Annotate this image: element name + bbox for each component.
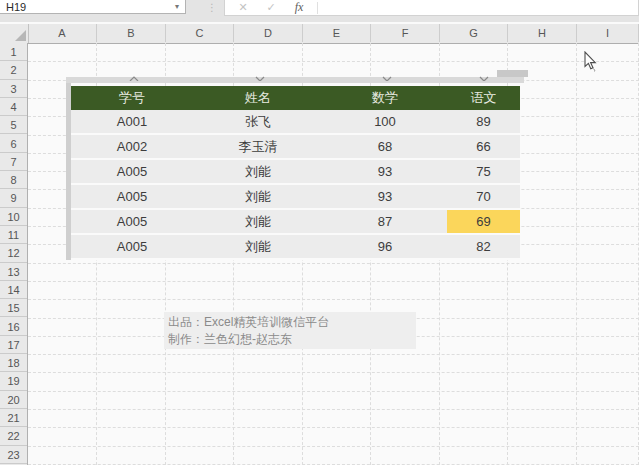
row-header-19[interactable]: 19 (0, 372, 27, 390)
filter-arrow-remnant-icon (479, 76, 489, 81)
table-header-name: 姓名 (193, 86, 323, 110)
cell-name[interactable]: 刘能 (193, 210, 323, 233)
gridline-horizontal (28, 263, 639, 264)
table-header-id: 学号 (71, 86, 193, 110)
student-score-table: 学号 姓名 数学 语文 A001 张飞 100 89 A002 李玉清 68 6… (71, 86, 520, 260)
name-box[interactable]: H19 ▾ (0, 0, 186, 14)
formula-bar-divider (317, 2, 318, 14)
chevron-down-icon[interactable]: ▾ (175, 0, 179, 13)
gridline-horizontal (28, 281, 639, 282)
gridline-horizontal (28, 299, 639, 300)
table-row[interactable]: A001 张飞 100 89 (71, 110, 520, 135)
insert-function-icon[interactable]: fx (289, 0, 309, 16)
cell-math[interactable]: 93 (323, 160, 447, 183)
select-all-triangle-icon (15, 30, 26, 41)
table-row[interactable]: A005 刘能 96 82 (71, 235, 520, 260)
enter-icon[interactable]: ✓ (261, 0, 281, 16)
gridline-horizontal (28, 391, 639, 392)
row-header-14[interactable]: 14 (0, 281, 27, 299)
row-header-9[interactable]: 9 (0, 189, 27, 207)
select-all-corner[interactable] (0, 24, 29, 43)
gridline-vertical (576, 43, 577, 465)
column-header-f[interactable]: F (371, 24, 440, 42)
row-header-2[interactable]: 2 (0, 61, 27, 79)
cell-math[interactable]: 68 (323, 135, 447, 158)
table-row[interactable]: A002 李玉清 68 66 (71, 135, 520, 160)
column-header-g[interactable]: G (440, 24, 508, 42)
cell-math[interactable]: 87 (323, 210, 447, 233)
cell-name[interactable]: 刘能 (193, 160, 323, 183)
cell-chinese-highlighted[interactable]: 69 (447, 210, 520, 233)
credits-line-1: 出品：Excel精英培训微信平台 (168, 314, 416, 331)
row-header-11[interactable]: 11 (0, 226, 27, 244)
row-header-21[interactable]: 21 (0, 409, 27, 427)
cell-id[interactable]: A005 (71, 210, 193, 233)
cell-name[interactable]: 李玉清 (193, 135, 323, 158)
row-header-20[interactable]: 20 (0, 391, 27, 409)
table-header-math: 数学 (323, 86, 447, 110)
cell-math[interactable]: 100 (323, 110, 447, 133)
column-header-d[interactable]: D (234, 24, 303, 42)
cell-id[interactable]: A005 (71, 235, 193, 258)
column-header-b[interactable]: B (97, 24, 166, 42)
mouse-cursor-icon (584, 51, 600, 72)
row-header-17[interactable]: 17 (0, 336, 27, 354)
row-header-6[interactable]: 6 (0, 135, 27, 153)
credits-line-2: 制作：兰色幻想-赵志东 (168, 331, 416, 348)
formula-bar[interactable]: ✕ ✓ fx (224, 0, 639, 16)
cell-id[interactable]: A002 (71, 135, 193, 158)
column-header-i[interactable]: I (577, 24, 639, 42)
gridline-horizontal (28, 372, 639, 373)
row-header-12[interactable]: 12 (0, 244, 27, 262)
cell-chinese[interactable]: 89 (447, 110, 520, 133)
row-header-18[interactable]: 18 (0, 354, 27, 372)
cell-id[interactable]: A005 (71, 160, 193, 183)
credits-block: 出品：Excel精英培训微信平台 制作：兰色幻想-赵志东 (164, 312, 416, 349)
table-header-chinese: 语文 (447, 86, 520, 110)
cell-math[interactable]: 93 (323, 185, 447, 208)
row-header-15[interactable]: 15 (0, 299, 27, 317)
cell-id[interactable]: A001 (71, 110, 193, 133)
row-header-22[interactable]: 22 (0, 427, 27, 445)
name-box-value: H19 (6, 1, 26, 13)
gridline-horizontal (28, 427, 639, 428)
scrollbar-nub (497, 70, 528, 77)
excel-window: H19 ▾ ⋮ ✕ ✓ fx ABCDEFGHI 123456789101112… (0, 0, 639, 465)
row-header-10[interactable]: 10 (0, 208, 27, 226)
cell-math[interactable]: 96 (323, 235, 447, 258)
gridline-horizontal (28, 446, 639, 447)
column-header-a[interactable]: A (28, 24, 97, 42)
row-header-1[interactable]: 1 (0, 43, 27, 61)
row-header-16[interactable]: 16 (0, 318, 27, 336)
row-header-5[interactable]: 5 (0, 116, 27, 134)
row-header-23[interactable]: 23 (0, 446, 27, 464)
cell-name[interactable]: 刘能 (193, 185, 323, 208)
cell-chinese[interactable]: 82 (447, 235, 520, 258)
filter-arrow-remnant-icon (129, 76, 139, 81)
cell-name[interactable]: 刘能 (193, 235, 323, 258)
row-header-7[interactable]: 7 (0, 153, 27, 171)
separator-dots-icon: ⋮ (206, 0, 218, 15)
column-header-e[interactable]: E (303, 24, 371, 42)
filter-arrow-remnant-icon (255, 76, 265, 81)
cell-name[interactable]: 张飞 (193, 110, 323, 133)
row-header-13[interactable]: 13 (0, 263, 27, 281)
cancel-icon[interactable]: ✕ (233, 0, 253, 16)
gridline-horizontal (28, 409, 639, 410)
table-row[interactable]: A005 刘能 87 69 (71, 210, 520, 235)
cell-id[interactable]: A005 (71, 185, 193, 208)
column-header-row: ABCDEFGHI (0, 24, 639, 44)
row-header-4[interactable]: 4 (0, 98, 27, 116)
cell-chinese[interactable]: 66 (447, 135, 520, 158)
gridline-horizontal (28, 61, 639, 62)
cell-chinese[interactable]: 70 (447, 185, 520, 208)
cell-chinese[interactable]: 75 (447, 160, 520, 183)
row-header-8[interactable]: 8 (0, 171, 27, 189)
formula-bar-strip: H19 ▾ ⋮ ✕ ✓ fx (0, 0, 639, 22)
row-header-3[interactable]: 3 (0, 80, 27, 98)
table-header-row: 学号 姓名 数学 语文 (71, 86, 520, 110)
column-header-h[interactable]: H (508, 24, 577, 42)
table-row[interactable]: A005 刘能 93 70 (71, 185, 520, 210)
column-header-c[interactable]: C (166, 24, 234, 42)
table-row[interactable]: A005 刘能 93 75 (71, 160, 520, 185)
